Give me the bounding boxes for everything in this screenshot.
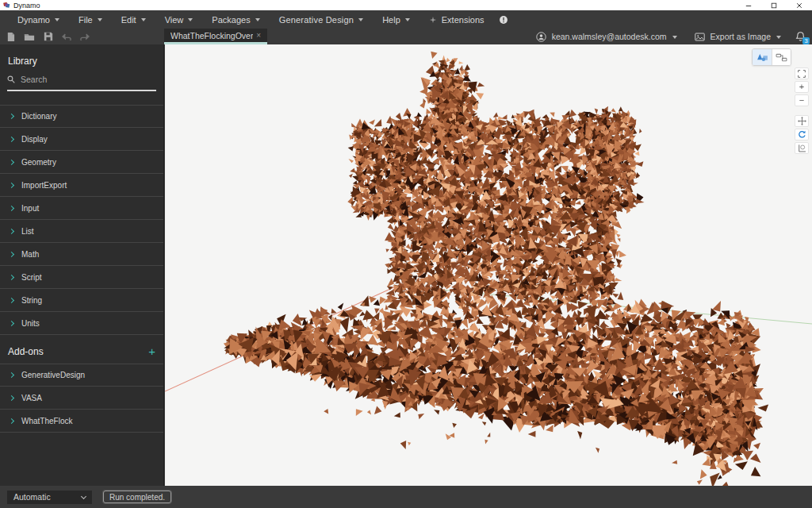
chevron-right-icon	[9, 114, 14, 119]
chevron-down-icon	[98, 18, 102, 21]
run-mode-select[interactable]: Automatic	[7, 491, 92, 504]
library-title: Library	[0, 44, 163, 73]
export-label: Export as Image	[710, 32, 771, 41]
info-icon[interactable]	[499, 15, 508, 25]
dynamo-logo-icon	[3, 2, 10, 9]
chevron-right-icon	[9, 372, 14, 378]
chevron-down-icon	[358, 18, 363, 21]
menu-dynamo[interactable]: Dynamo	[8, 10, 69, 29]
fit-view-icon[interactable]	[795, 67, 809, 79]
menu-edit[interactable]: Edit	[112, 10, 155, 29]
sidebar-item-list[interactable]: List	[0, 220, 163, 243]
run-mode-value: Automatic	[13, 492, 51, 502]
geometry-preview-icon[interactable]	[753, 49, 772, 65]
view-mode-toggle	[752, 48, 791, 66]
chevron-right-icon	[9, 182, 14, 187]
chevron-down-icon	[405, 18, 410, 21]
chevron-down-icon	[141, 18, 146, 21]
toolbar-row: WhatTheFlockingOven.... × kean.walmsley@…	[0, 29, 812, 44]
menu-packages[interactable]: Packages	[202, 10, 269, 29]
axes-gizmo-icon[interactable]	[795, 142, 809, 154]
chevron-down-icon	[55, 18, 59, 21]
chevron-down-icon	[81, 493, 86, 498]
background-3d-preview[interactable]	[165, 44, 812, 486]
orbit-icon[interactable]	[795, 129, 809, 140]
image-export-icon	[695, 33, 705, 41]
sidebar-item-generativedesign[interactable]: GenerativeDesign	[0, 364, 163, 387]
pan-icon[interactable]	[795, 115, 809, 127]
background-3d-preview-area: + −	[165, 44, 812, 486]
graph-view-icon[interactable]	[772, 49, 791, 65]
sidebar-item-geometry[interactable]: Geometry	[0, 151, 163, 174]
chevron-right-icon	[9, 320, 14, 325]
window-title: Dynamo	[13, 2, 40, 10]
tab-label: WhatTheFlockingOven....	[170, 31, 253, 40]
sidebar-item-script[interactable]: Script	[0, 266, 163, 289]
undo-icon[interactable]	[62, 33, 71, 40]
run-status-button[interactable]: Run completed.	[103, 491, 171, 503]
menu-file[interactable]: File	[69, 10, 112, 29]
status-bar: Automatic Run completed.	[0, 486, 812, 508]
tab-close-icon[interactable]: ×	[256, 31, 261, 40]
library-panel: Library Dictionary Display Geometry Impo…	[0, 44, 164, 486]
sidebar-item-vasa[interactable]: VASA	[0, 387, 163, 410]
chevron-right-icon	[9, 394, 14, 400]
window-titlebar: Dynamo	[0, 0, 812, 10]
chevron-down-icon	[188, 18, 193, 21]
account-menu[interactable]: kean.walmsley@autodesk.com	[536, 32, 677, 42]
chevron-right-icon	[9, 297, 14, 302]
chevron-down-icon	[776, 36, 781, 39]
menu-view[interactable]: View	[155, 10, 203, 29]
menu-extensions[interactable]: Extensions	[419, 15, 494, 25]
sidebar-item-string[interactable]: String	[0, 289, 163, 312]
viewport-nav-toolbar: + −	[795, 67, 809, 154]
redo-icon[interactable]	[80, 33, 90, 40]
open-folder-icon[interactable]	[24, 33, 35, 41]
maximize-icon[interactable]	[761, 0, 787, 10]
sidebar-item-units[interactable]: Units	[0, 312, 163, 335]
library-search[interactable]	[7, 75, 156, 91]
new-file-icon[interactable]	[6, 32, 15, 42]
notification-count-badge: 3	[802, 37, 810, 44]
addons-title: Add-ons	[8, 346, 44, 357]
notifications-button[interactable]: 3	[795, 31, 806, 42]
account-email: kean.walmsley@autodesk.com	[552, 32, 667, 41]
menu-help[interactable]: Help	[373, 10, 419, 29]
zoom-out-icon[interactable]: −	[795, 94, 809, 106]
save-icon[interactable]	[44, 32, 53, 41]
chevron-right-icon	[9, 274, 14, 279]
search-icon	[7, 75, 15, 83]
sidebar-item-whattheflock[interactable]: WhatTheFlock	[0, 410, 163, 433]
sidebar-item-input[interactable]: Input	[0, 197, 163, 220]
dynamo-window: Dynamo Dynamo File Edit View Packages Ge…	[0, 0, 812, 508]
chevron-right-icon	[9, 418, 14, 423]
chevron-right-icon	[9, 205, 14, 210]
chevron-right-icon	[9, 251, 14, 256]
chevron-right-icon	[9, 228, 14, 233]
add-package-button[interactable]: +	[148, 348, 155, 356]
minimize-icon[interactable]	[736, 0, 761, 10]
sidebar-item-importexport[interactable]: ImportExport	[0, 174, 163, 197]
sidebar-item-dictionary[interactable]: Dictionary	[0, 105, 163, 128]
chevron-down-icon	[672, 36, 677, 39]
chevron-right-icon	[9, 136, 14, 141]
export-as-image-button[interactable]: Export as Image	[695, 32, 781, 41]
menu-generative-design[interactable]: Generative Design	[270, 10, 373, 29]
extensions-sparkle-icon	[429, 16, 437, 24]
document-tab[interactable]: WhatTheFlockingOven.... ×	[164, 29, 267, 44]
close-icon[interactable]	[787, 0, 812, 10]
person-icon	[536, 32, 546, 42]
menu-bar: Dynamo File Edit View Packages Generativ…	[0, 10, 812, 29]
sidebar-item-math[interactable]: Math	[0, 243, 163, 266]
search-input[interactable]	[21, 75, 140, 84]
zoom-in-icon[interactable]: +	[795, 81, 809, 93]
chevron-right-icon	[9, 159, 14, 164]
sidebar-item-display[interactable]: Display	[0, 128, 163, 151]
chevron-down-icon	[255, 18, 260, 21]
